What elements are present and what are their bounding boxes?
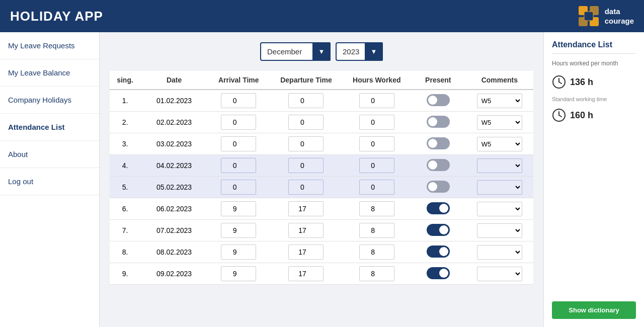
- departure-input[interactable]: [288, 93, 324, 108]
- row-comment[interactable]: W5W6HLSLPL: [466, 198, 533, 220]
- comment-select[interactable]: W5W6HLSLPL: [477, 137, 522, 151]
- hours-input[interactable]: [359, 136, 394, 151]
- departure-input[interactable]: [288, 158, 324, 173]
- present-toggle[interactable]: [427, 94, 450, 106]
- present-toggle[interactable]: [427, 116, 450, 128]
- row-departure[interactable]: [269, 198, 343, 220]
- row-hours[interactable]: [343, 177, 411, 198]
- departure-input[interactable]: [288, 266, 324, 281]
- row-present[interactable]: [411, 90, 466, 112]
- comment-select[interactable]: W5W6HLSLPL: [477, 223, 522, 238]
- row-hours[interactable]: [343, 112, 411, 133]
- comment-select[interactable]: W5W6HLSLPL: [477, 202, 522, 216]
- departure-input[interactable]: [288, 180, 324, 195]
- row-hours[interactable]: [343, 263, 411, 285]
- row-present[interactable]: [411, 155, 466, 177]
- row-hours[interactable]: [343, 155, 411, 177]
- sidebar-item-about[interactable]: About: [0, 141, 99, 168]
- comment-select[interactable]: W5W6HLSLPL: [477, 115, 522, 130]
- present-toggle[interactable]: [427, 224, 450, 236]
- departure-input[interactable]: [288, 223, 324, 238]
- sidebar-item-attendance-list[interactable]: Attendance List: [0, 114, 99, 141]
- row-date: 07.02.2023: [140, 220, 208, 241]
- month-select[interactable]: JanuaryFebruaryMarch AprilMayJune JulyAu…: [260, 42, 331, 61]
- row-comment[interactable]: W5W6HLSLPL: [466, 133, 533, 155]
- comment-select[interactable]: W5W6HLSLPL: [477, 267, 522, 281]
- sidebar-item-my-leave-balance[interactable]: My Leave Balance: [0, 59, 99, 87]
- hours-input[interactable]: [359, 158, 394, 173]
- hours-input[interactable]: [359, 115, 394, 130]
- row-arrival[interactable]: [208, 155, 269, 177]
- row-comment[interactable]: W5W6HLSLPL: [466, 90, 533, 112]
- row-departure[interactable]: [269, 263, 343, 285]
- row-comment[interactable]: W5W6HLSLPL: [466, 112, 533, 133]
- hours-input[interactable]: [359, 201, 394, 216]
- row-hours[interactable]: [343, 198, 411, 220]
- row-present[interactable]: [411, 177, 466, 198]
- hours-input[interactable]: [359, 93, 394, 108]
- year-select[interactable]: 2021202220232024: [336, 42, 383, 61]
- hours-input[interactable]: [359, 266, 394, 281]
- sidebar-item-company-holidays[interactable]: Company Holidays: [0, 87, 99, 114]
- arrival-input[interactable]: [221, 136, 256, 151]
- hours-input[interactable]: [359, 223, 394, 238]
- row-arrival[interactable]: [208, 133, 269, 155]
- row-departure[interactable]: [269, 112, 343, 133]
- row-comment[interactable]: W5W6HLSLPL: [466, 263, 533, 285]
- comment-select[interactable]: W5W6HLSLPL: [477, 245, 522, 260]
- row-departure[interactable]: [269, 155, 343, 177]
- row-comment[interactable]: W5W6HLSLPL: [466, 177, 533, 198]
- departure-input[interactable]: [288, 201, 324, 216]
- row-arrival[interactable]: [208, 263, 269, 285]
- row-departure[interactable]: [269, 133, 343, 155]
- row-departure[interactable]: [269, 220, 343, 241]
- row-arrival[interactable]: [208, 241, 269, 263]
- present-toggle[interactable]: [427, 202, 450, 214]
- present-toggle[interactable]: [427, 246, 450, 258]
- row-comment[interactable]: W5W6HLSLPL: [466, 155, 533, 177]
- departure-input[interactable]: [288, 244, 324, 260]
- row-departure[interactable]: [269, 177, 343, 198]
- row-hours[interactable]: [343, 220, 411, 241]
- row-arrival[interactable]: [208, 220, 269, 241]
- arrival-input[interactable]: [221, 180, 256, 195]
- row-arrival[interactable]: [208, 112, 269, 133]
- row-departure[interactable]: [269, 241, 343, 263]
- row-present[interactable]: [411, 241, 466, 263]
- hours-input[interactable]: [359, 244, 394, 260]
- row-arrival[interactable]: [208, 90, 269, 112]
- arrival-input[interactable]: [221, 158, 256, 173]
- row-present[interactable]: [411, 220, 466, 241]
- comment-select[interactable]: W5W6HLSLPL: [477, 94, 522, 108]
- comment-select[interactable]: W5W6HLSLPL: [477, 180, 522, 195]
- show-dictionary-button[interactable]: Show dictionary: [552, 301, 636, 319]
- row-comment[interactable]: W5W6HLSLPL: [466, 220, 533, 241]
- sidebar-item-log-out[interactable]: Log out: [0, 168, 99, 195]
- sidebar-item-my-leave-requests[interactable]: My Leave Requests: [0, 32, 99, 59]
- hours-input[interactable]: [359, 180, 394, 195]
- row-hours[interactable]: [343, 133, 411, 155]
- row-present[interactable]: [411, 263, 466, 285]
- departure-input[interactable]: [288, 136, 324, 151]
- arrival-input[interactable]: [221, 201, 256, 216]
- present-toggle[interactable]: [427, 181, 450, 193]
- arrival-input[interactable]: [221, 223, 256, 238]
- row-arrival[interactable]: [208, 177, 269, 198]
- present-toggle[interactable]: [427, 137, 450, 149]
- arrival-input[interactable]: [221, 266, 256, 281]
- row-hours[interactable]: [343, 90, 411, 112]
- departure-input[interactable]: [288, 115, 324, 130]
- row-comment[interactable]: W5W6HLSLPL: [466, 241, 533, 263]
- arrival-input[interactable]: [221, 244, 256, 260]
- comment-select[interactable]: W5W6HLSLPL: [477, 158, 522, 173]
- row-departure[interactable]: [269, 90, 343, 112]
- row-hours[interactable]: [343, 241, 411, 263]
- present-toggle[interactable]: [427, 159, 450, 171]
- present-toggle[interactable]: [427, 267, 450, 279]
- arrival-input[interactable]: [221, 93, 256, 108]
- row-present[interactable]: [411, 112, 466, 133]
- arrival-input[interactable]: [221, 115, 256, 130]
- row-arrival[interactable]: [208, 198, 269, 220]
- row-present[interactable]: [411, 198, 466, 220]
- row-present[interactable]: [411, 133, 466, 155]
